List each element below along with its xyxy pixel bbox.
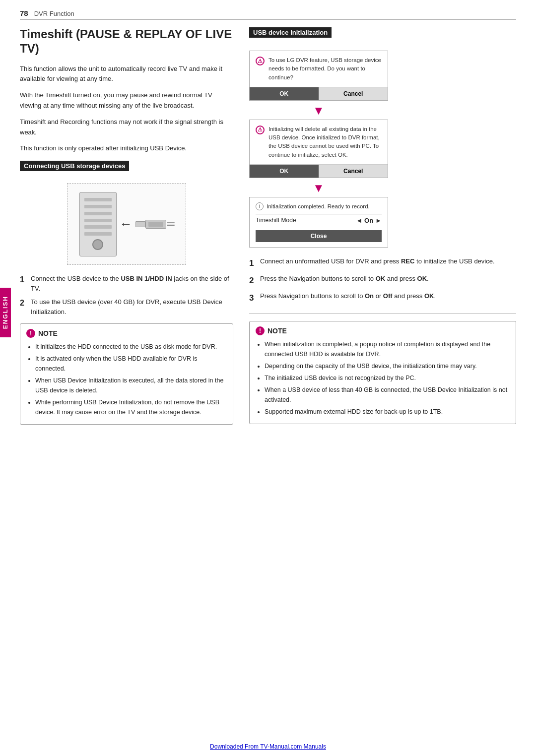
left-note-item-4: While performing USB Device Initializati… [35,397,227,417]
right-steps-section: 1 Connect an unformatted USB for DVR and… [249,256,516,305]
dialog-2-warn-icon: ⚠ [256,126,265,134]
dialog-box-1: ⚠ To use LG DVR feature, USB storage dev… [249,51,388,101]
right-note-title: NOTE [268,327,287,335]
right-step-2: 2 Press the Navigation buttons to scroll… [249,274,516,287]
dialog-2-text: Initializing will delete all existing da… [268,125,382,159]
content-area: Timeshift (PAUSE & REPLAY OF LIVE TV) Th… [20,27,516,736]
timeshift-mode-box: i Initialization completed. Ready to rec… [249,197,388,248]
usb-arrow-icon: ← [120,216,133,232]
ts-info-icon: i [256,202,264,210]
divider-line [249,314,516,314]
right-column: USB device Initialization ⚠ To use LG DV… [249,27,516,736]
left-step-2: 2 To use the USB device (over 40 GB) for… [20,297,233,316]
ts-init-text: Initialization completed. Ready to recor… [267,203,370,209]
right-note-list: When initialization is completed, a popu… [256,339,510,417]
ts-header: i Initialization completed. Ready to rec… [256,202,382,210]
english-tab-label: ENGLISH [2,296,9,329]
left-note-list: It initializes the HDD connected to the … [26,342,227,417]
ts-close-button[interactable]: Close [256,230,382,242]
ts-mode-value: On [364,217,373,224]
english-tab: ENGLISH [0,288,11,337]
right-steps-list: 1 Connect an unformatted USB for DVR and… [249,256,516,305]
down-arrow-2: ▼ [249,181,388,195]
note-icon-left: ! [26,329,35,338]
dialog-1-ok-btn[interactable]: OK [250,87,319,100]
header-title: DVR Function [34,10,74,17]
dialog-1-buttons: OK Cancel [250,87,388,100]
right-step-3: 3 Press Navigation buttons to scroll to … [249,291,516,305]
left-note-box: ! NOTE It initializes the HDD connected … [20,323,233,425]
note-icon-right: ! [256,326,265,335]
right-note-item-1: When initialization is completed, a popu… [265,339,510,359]
right-step-1: 1 Connect an unformatted USB for DVR and… [249,256,516,270]
right-note-item-4: When a USB device of less than 40 GB is … [265,385,510,405]
dialog-1-warn-icon: ⚠ [256,57,265,65]
main-title: Timeshift (PAUSE & REPLAY OF LIVE TV) [20,27,233,56]
usb-diagram: ← ≡≡ [67,183,186,265]
left-column: Timeshift (PAUSE & REPLAY OF LIVE TV) Th… [20,27,233,736]
intro-para-2: With the Timeshift turned on, you may pa… [20,90,233,111]
page-number: 78 [20,9,28,17]
right-subheading: USB device Initialization [249,27,332,38]
left-note-header: ! NOTE [26,329,227,338]
dialog-1-text: To use LG DVR feature, USB storage devic… [268,56,382,82]
ts-left-arrow-icon[interactable]: ◄ [356,217,362,224]
ts-arrows: ◄ On ► [356,217,382,224]
dialog-2-ok-btn[interactable]: OK [250,165,319,178]
dialog-box-2: ⚠ Initializing will delete all existing … [249,120,388,178]
intro-para-4: This function is only operated after ini… [20,143,233,154]
left-subheading: Connecting USB storage devices [20,161,129,171]
ts-mode-row: Timeshift Mode ◄ On ► [256,214,382,226]
right-note-item-2: Depending on the capacity of the USB dev… [265,361,510,371]
left-note-title: NOTE [38,329,58,337]
tv-device-illustration [79,192,117,256]
left-step-1: 1 Connect the USB device to the USB IN 1… [20,274,233,293]
left-note-item-1: It initializes the HDD connected to the … [35,342,227,352]
usb-stick-illustration: ≡≡ [135,220,174,229]
intro-para-1: This function allows the unit to automat… [20,64,233,85]
dialog-1-cancel-btn[interactable]: Cancel [319,87,388,100]
right-note-item-5: Supported maximum external HDD size for … [265,407,510,417]
ts-right-arrow-icon[interactable]: ► [375,217,382,224]
left-steps-list: 1 Connect the USB device to the USB IN 1… [20,274,233,316]
left-note-item-3: When USB Device Initialization is execut… [35,376,227,395]
right-note-header: ! NOTE [256,326,510,335]
intro-para-3: Timeshift and Recording functions may no… [20,117,233,138]
dialog-2-buttons: OK Cancel [250,164,388,178]
ts-mode-label: Timeshift Mode [256,217,352,224]
page-header: 78 DVR Function [20,9,516,20]
down-arrow-1: ▼ [249,104,388,118]
footer-link[interactable]: Downloaded From TV-Manual.com Manuals [20,743,516,750]
right-note-item-3: The initialized USB device is not recogn… [265,373,510,383]
right-note-box: ! NOTE When initialization is completed,… [249,321,516,424]
left-note-item-2: It is activated only when the USB HDD av… [35,354,227,374]
dialog-2-cancel-btn[interactable]: Cancel [319,165,388,178]
